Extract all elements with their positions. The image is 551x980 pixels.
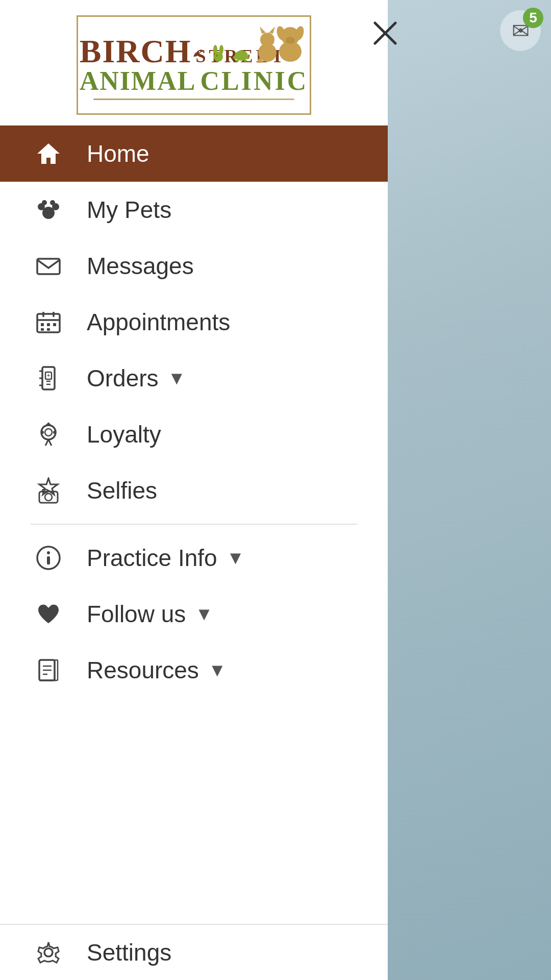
nav-label-resources: Resources [87, 656, 199, 684]
gear-icon [31, 939, 66, 966]
svg-point-5 [219, 45, 223, 54]
nav-label-settings: Settings [87, 939, 171, 966]
nav-item-orders[interactable]: + Orders ▼ [0, 350, 388, 406]
nav-label-orders: Orders [87, 364, 159, 392]
nav-item-messages[interactable]: Messages [0, 238, 388, 294]
nav-label-follow-us: Follow us [87, 600, 186, 628]
svg-point-9 [233, 56, 237, 59]
selfies-icon [31, 477, 66, 504]
rabbit-icon [209, 43, 228, 63]
nav-divider [31, 524, 357, 525]
nav-item-follow-us[interactable]: Follow us ▼ [0, 586, 388, 642]
nav-label-messages: Messages [87, 252, 194, 280]
loyalty-icon [31, 421, 66, 448]
resources-chevron-icon: ▼ [208, 659, 227, 681]
close-icon [372, 20, 398, 46]
svg-point-57 [47, 551, 50, 554]
logo-clinic: CLINIC [200, 68, 308, 94]
calendar-icon [31, 309, 66, 335]
svg-point-51 [53, 431, 56, 434]
nav-item-resources[interactable]: Resources ▼ [0, 642, 388, 698]
svg-point-27 [50, 200, 55, 205]
svg-point-47 [45, 429, 52, 436]
mail-icon [31, 253, 66, 279]
svg-rect-36 [41, 328, 44, 331]
svg-rect-33 [41, 323, 44, 326]
svg-marker-22 [37, 143, 60, 164]
svg-point-4 [213, 45, 217, 54]
svg-point-21 [286, 37, 295, 44]
nav-item-practice-info[interactable]: Practice Info ▼ [0, 530, 388, 586]
svg-rect-34 [47, 323, 50, 326]
logo-birch: BIRCH [80, 35, 192, 68]
svg-text:+: + [47, 373, 50, 378]
svg-line-48 [45, 439, 48, 446]
svg-point-65 [44, 948, 53, 957]
svg-point-6 [216, 55, 218, 57]
nav-label-home: Home [87, 140, 149, 167]
svg-point-11 [236, 60, 239, 62]
svg-rect-35 [53, 323, 56, 326]
turtle-icon [231, 47, 252, 63]
nav-item-loyalty[interactable]: Loyalty [0, 406, 388, 462]
orders-chevron-icon: ▼ [168, 368, 186, 389]
svg-point-14 [260, 33, 274, 47]
nav-label-loyalty: Loyalty [87, 421, 161, 448]
svg-rect-37 [47, 328, 50, 331]
svg-rect-28 [37, 259, 60, 274]
svg-rect-58 [47, 556, 50, 565]
svg-point-10 [245, 56, 249, 59]
svg-point-8 [239, 50, 244, 55]
home-icon [31, 140, 66, 167]
bird-icon [189, 46, 206, 63]
info-icon [31, 545, 66, 571]
svg-rect-61 [55, 660, 58, 680]
cat-dog-icon [255, 22, 306, 63]
nav-item-settings[interactable]: Settings [0, 924, 388, 980]
nav-label-appointments: Appointments [87, 308, 230, 336]
notification-area[interactable]: ✉ 5 [500, 10, 541, 51]
close-button[interactable] [367, 15, 403, 51]
nav-item-my-pets[interactable]: My Pets [0, 182, 388, 238]
nav-item-selfies[interactable]: Selfies [0, 462, 388, 519]
svg-rect-38 [42, 367, 55, 389]
notification-badge: 5 [523, 8, 543, 28]
nav-drawer: BIRCH STREET ANIMAL CLINIC Home [0, 0, 388, 980]
svg-point-50 [41, 431, 44, 434]
orders-icon: + [31, 365, 66, 391]
svg-marker-16 [269, 27, 275, 34]
logo-box: BIRCH STREET ANIMAL CLINIC [77, 15, 311, 115]
heart-icon [31, 601, 66, 627]
nav-label-selfies: Selfies [87, 477, 157, 504]
nav-label-my-pets: My Pets [87, 196, 171, 224]
svg-point-2 [200, 50, 202, 52]
practice-info-chevron-icon: ▼ [227, 547, 245, 569]
logo-animal: ANIMAL [80, 68, 196, 94]
svg-point-12 [244, 60, 247, 62]
nav-label-practice-info: Practice Info [87, 544, 217, 572]
logo-area: BIRCH STREET ANIMAL CLINIC [0, 0, 388, 126]
notification-icon[interactable]: ✉ 5 [500, 10, 541, 51]
svg-line-49 [48, 439, 52, 446]
book-icon [31, 657, 66, 683]
follow-us-chevron-icon: ▼ [195, 603, 213, 625]
svg-point-26 [42, 200, 47, 205]
svg-point-54 [45, 494, 52, 501]
svg-marker-15 [260, 27, 266, 34]
nav-item-appointments[interactable]: Appointments [0, 294, 388, 350]
paw-icon [31, 197, 66, 223]
nav-item-home[interactable]: Home [0, 126, 388, 182]
